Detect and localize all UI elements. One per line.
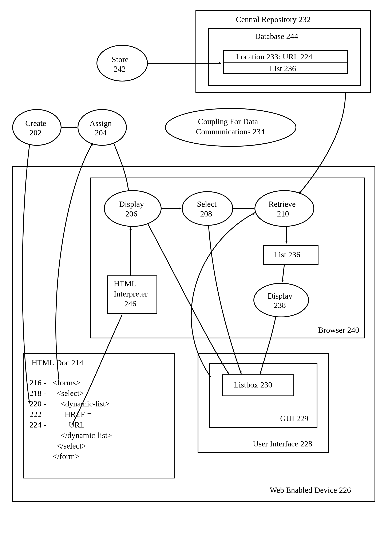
gui-title: GUI 229: [280, 414, 308, 423]
device-title: Web Enabled Device 226: [270, 486, 351, 495]
retrieve-210-l1: Retrieve: [268, 200, 296, 209]
svg-rect-16: [198, 354, 329, 453]
list-236-box: List 236: [263, 245, 318, 264]
svg-point-11: [182, 192, 233, 225]
create-l2: 202: [30, 128, 42, 137]
arrow-display238-to-listbox: [260, 316, 276, 374]
arrow-assign-to-display206: [114, 143, 129, 191]
retrieve-210-l2: 210: [277, 209, 289, 218]
arrow-list-to-display238: [282, 264, 284, 282]
arrow-display206-to-listbox: [147, 223, 229, 374]
store-l1: Store: [112, 55, 129, 64]
coupling-l2: Communications 234: [196, 127, 265, 136]
display-206-l1: Display: [119, 200, 144, 209]
list-236-label: List 236: [274, 250, 300, 259]
database-title: Database 244: [255, 32, 298, 41]
doc-t218: <select>: [53, 389, 84, 398]
listbox-title: Listbox 230: [234, 380, 272, 389]
select-208-l2: 208: [200, 209, 212, 218]
db-row-location: Location 233: URL 224: [236, 52, 312, 61]
doc-n220: 220 -: [30, 399, 46, 408]
central-repository-title: Central Repository 232: [236, 15, 311, 24]
doc-t216: <forms>: [53, 378, 81, 387]
listbox-box: Listbox 230: [222, 375, 294, 396]
arrow-listbox-to-retrieve: [191, 213, 255, 377]
assign-l2: 204: [95, 128, 107, 137]
ui-title: User Interface 228: [253, 439, 312, 448]
doc-t222: HREF =: [53, 410, 92, 419]
display-206-l2: 206: [125, 209, 137, 218]
display-238-oval: Display 238: [254, 283, 309, 317]
html-interpreter-box: HTML Interpreter 246: [107, 276, 157, 314]
display-206-oval: Display 206: [104, 191, 161, 226]
doc-n218: 218 -: [30, 389, 46, 398]
arrow-repo-to-retrieve: [299, 93, 345, 194]
interp-l2: Interpreter: [114, 289, 148, 298]
interp-l3: 246: [124, 299, 136, 308]
doc-n222: 222 -: [30, 410, 46, 419]
svg-point-10: [104, 191, 161, 226]
doc-n216: 216 -: [30, 378, 46, 387]
doc-t224: URL: [53, 420, 85, 429]
browser-title: Browser 240: [318, 326, 359, 334]
html-doc-box: HTML Doc 214 216 - 218 - 220 - 222 - 224…: [23, 354, 175, 478]
doc-n224: 224 -: [30, 420, 46, 429]
select-208-l1: Select: [197, 200, 217, 209]
interp-l1: HTML: [114, 279, 137, 288]
doc-t8: </form>: [53, 452, 79, 461]
svg-point-12: [255, 191, 314, 226]
arrow-forms-to-assign: [56, 143, 93, 380]
db-row-list: List 236: [270, 64, 296, 73]
assign-l1: Assign: [89, 119, 112, 128]
create-oval: Create 202: [13, 110, 61, 145]
arrow-url-to-interpreter: [72, 315, 122, 425]
doc-t6: </dynamic-list>: [53, 431, 112, 440]
database-box: Database 244 Location 233: URL 224 List …: [209, 28, 360, 85]
store-oval: Store 242: [97, 45, 147, 81]
user-interface-box: User Interface 228: [198, 354, 329, 453]
retrieve-210-oval: Retrieve 210: [255, 191, 314, 226]
store-l2: 242: [114, 64, 126, 73]
assign-oval: Assign 204: [78, 110, 126, 145]
display-238-l2: 238: [274, 301, 286, 310]
select-208-oval: Select 208: [182, 192, 233, 225]
arrow-select-to-listbox: [209, 225, 241, 374]
coupling-oval: Coupling For Data Communications 234: [165, 108, 296, 146]
coupling-l1: Coupling For Data: [198, 117, 258, 126]
gui-box: GUI 229: [210, 363, 317, 427]
create-l1: Create: [25, 119, 46, 128]
display-238-l1: Display: [268, 291, 292, 300]
doc-t7: </select>: [53, 441, 86, 450]
central-repository-box: Central Repository 232: [196, 11, 371, 93]
